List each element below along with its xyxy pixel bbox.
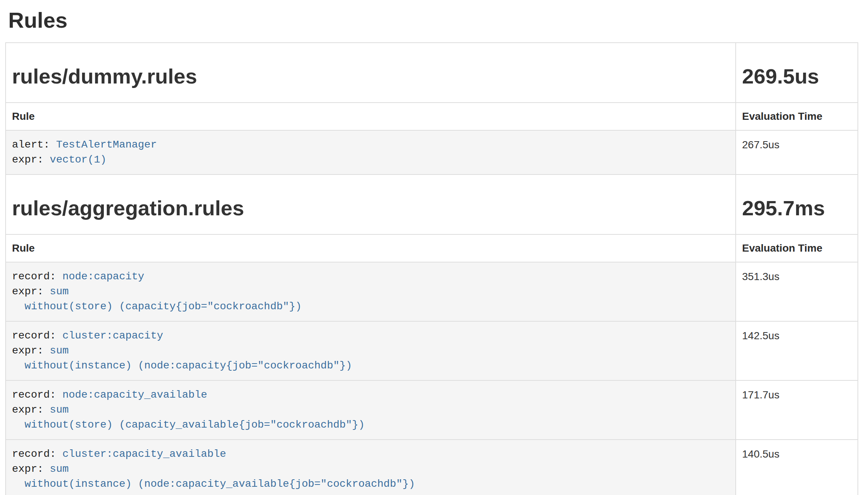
code-line: expr: sum: [12, 284, 729, 299]
rule-link[interactable]: sum: [50, 286, 69, 297]
rule-code: record: cluster:capacityexpr: sum withou…: [12, 328, 729, 373]
code-line: alert: TestAlertManager: [12, 137, 729, 152]
rule-evaluation-time: 171.7us: [736, 380, 858, 440]
code-token: expr:: [12, 154, 50, 165]
rule-file-cell: rules/dummy.rules: [6, 43, 736, 103]
code-token: record:: [12, 389, 62, 401]
rule-code: alert: TestAlertManagerexpr: vector(1): [12, 137, 729, 167]
code-line: expr: vector(1): [12, 152, 729, 167]
rule-link[interactable]: sum: [50, 404, 69, 416]
rule-link[interactable]: cluster:capacity: [62, 330, 163, 341]
code-line: without(instance) (node:capacity{job="co…: [12, 358, 729, 373]
rule-code: record: node:capacityexpr: sum without(s…: [12, 269, 729, 314]
page-title: Rules: [8, 7, 858, 33]
code-token: record:: [12, 448, 62, 460]
column-header-evaluation-time: Evaluation Time: [736, 103, 858, 130]
column-header-rule: Rule: [6, 103, 736, 130]
rule-definition-cell: record: node:capacityexpr: sum without(s…: [6, 262, 736, 321]
rule-row: record: node:capacityexpr: sum without(s…: [6, 262, 858, 321]
rules-page: Rules rules/dummy.rules 269.5us Rule Eva…: [0, 7, 868, 495]
rule-evaluation-time: 140.5us: [736, 440, 858, 495]
rule-evaluation-time: 142.5us: [736, 321, 858, 380]
code-line: record: cluster:capacity: [12, 328, 729, 343]
rule-group-aggregation: rules/aggregation.rules 295.7ms Rule Eva…: [6, 174, 858, 495]
rule-link[interactable]: TestAlertManager: [56, 139, 157, 151]
rule-link[interactable]: node:capacity_available: [62, 389, 207, 401]
rules-table: rules/dummy.rules 269.5us Rule Evaluatio…: [5, 42, 858, 495]
rule-definition-cell: record: cluster:capacity_availableexpr: …: [6, 440, 736, 495]
code-line: record: node:capacity_available: [12, 388, 729, 403]
code-token: expr:: [12, 345, 50, 356]
code-line: record: node:capacity: [12, 269, 729, 284]
group-header-row: rules/dummy.rules 269.5us: [6, 43, 858, 103]
group-total-evaluation-time: 295.7ms: [742, 197, 852, 220]
code-token: record:: [12, 330, 62, 341]
code-line: expr: sum: [12, 343, 729, 358]
code-token: expr:: [12, 404, 50, 416]
code-line: without(store) (capacity{job="cockroachd…: [12, 299, 729, 314]
rule-link[interactable]: without(instance) (node:capacity_availab…: [12, 478, 415, 490]
rule-evaluation-time: 351.3us: [736, 262, 858, 321]
code-line: record: cluster:capacity_available: [12, 447, 729, 462]
code-token: alert:: [12, 139, 56, 151]
rule-link[interactable]: sum: [50, 345, 69, 356]
code-token: expr:: [12, 463, 50, 475]
code-line: without(store) (capacity_available{job="…: [12, 417, 729, 432]
rule-row: record: node:capacity_availableexpr: sum…: [6, 380, 858, 440]
code-token: expr:: [12, 286, 50, 297]
column-header-row: Rule Evaluation Time: [6, 103, 858, 130]
code-line: expr: sum: [12, 462, 729, 477]
rule-link[interactable]: node:capacity: [62, 271, 144, 282]
rule-link[interactable]: without(store) (capacity_available{job="…: [12, 419, 365, 431]
column-header-rule: Rule: [6, 234, 736, 262]
code-line: without(instance) (node:capacity_availab…: [12, 477, 729, 492]
rule-code: record: cluster:capacity_availableexpr: …: [12, 447, 729, 492]
rule-file-name: rules/dummy.rules: [12, 65, 729, 88]
column-header-row: Rule Evaluation Time: [6, 234, 858, 262]
rule-code: record: node:capacity_availableexpr: sum…: [12, 388, 729, 432]
rule-link[interactable]: without(instance) (node:capacity{job="co…: [12, 360, 352, 371]
rule-definition-cell: record: node:capacity_availableexpr: sum…: [6, 380, 736, 440]
rule-definition-cell: record: cluster:capacityexpr: sum withou…: [6, 321, 736, 380]
rule-definition-cell: alert: TestAlertManagerexpr: vector(1): [6, 130, 736, 174]
rule-link[interactable]: vector(1): [50, 154, 106, 165]
group-total-time-cell: 295.7ms: [736, 174, 858, 234]
code-token: record:: [12, 271, 62, 282]
rule-evaluation-time: 267.5us: [736, 130, 858, 174]
rule-row: record: cluster:capacity_availableexpr: …: [6, 440, 858, 495]
rule-file-cell: rules/aggregation.rules: [6, 174, 736, 234]
group-header-row: rules/aggregation.rules 295.7ms: [6, 174, 858, 234]
rule-row: record: cluster:capacityexpr: sum withou…: [6, 321, 858, 380]
code-line: expr: sum: [12, 403, 729, 417]
rule-link[interactable]: sum: [50, 463, 69, 475]
group-total-time-cell: 269.5us: [736, 43, 858, 103]
rule-file-name: rules/aggregation.rules: [12, 197, 729, 220]
rule-row: alert: TestAlertManagerexpr: vector(1) 2…: [6, 130, 858, 174]
rule-link[interactable]: cluster:capacity_available: [62, 448, 226, 460]
group-total-evaluation-time: 269.5us: [742, 65, 852, 88]
rule-link[interactable]: without(store) (capacity{job="cockroachd…: [12, 301, 302, 312]
rule-group-dummy: rules/dummy.rules 269.5us Rule Evaluatio…: [6, 43, 858, 174]
column-header-evaluation-time: Evaluation Time: [736, 234, 858, 262]
